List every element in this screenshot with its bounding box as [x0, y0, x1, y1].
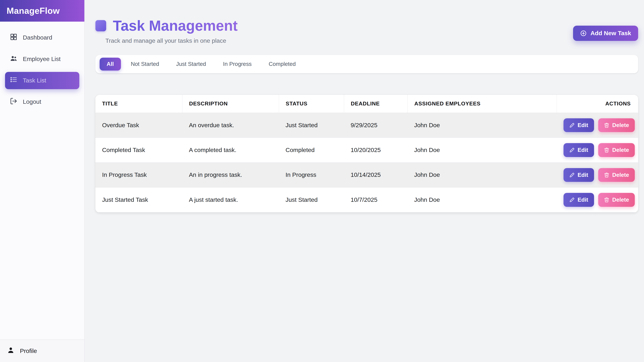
sidebar: ManageFlow Dashboard Employee List Task …	[0, 0, 85, 362]
sidebar-item-dashboard[interactable]: Dashboard	[5, 29, 79, 46]
column-header-description: DESCRIPTION	[182, 95, 279, 113]
task-status-cell: In Progress	[279, 163, 344, 187]
edit-button[interactable]: Edit	[564, 118, 594, 132]
column-header-status: STATUS	[279, 95, 344, 113]
sidebar-item-label: Dashboard	[23, 34, 52, 41]
trash-icon	[604, 172, 609, 178]
sidebar-item-employee-list[interactable]: Employee List	[5, 50, 79, 68]
add-new-task-label: Add New Task	[590, 30, 631, 37]
task-title-cell: Just Started Task	[96, 187, 182, 212]
column-header-assigned-employees: ASSIGNED EMPLOYEES	[408, 95, 557, 113]
task-deadline-cell: 10/14/2025	[344, 163, 408, 187]
filter-tabs: All Not Started Just Started In Progress…	[96, 55, 638, 73]
edit-button[interactable]: Edit	[564, 193, 594, 207]
edit-button[interactable]: Edit	[564, 143, 594, 157]
sidebar-item-task-list[interactable]: Task List	[5, 72, 79, 89]
tasks-table-card: TITLE DESCRIPTION STATUS DEADLINE ASSIGN…	[96, 95, 638, 213]
page-subtitle: Track and manage all your tasks in one p…	[105, 37, 238, 44]
task-status-cell: Just Started	[279, 113, 344, 138]
task-actions-cell: Edit Delete	[557, 187, 638, 212]
task-list-icon	[10, 76, 18, 85]
task-status-cell: Just Started	[279, 187, 344, 212]
pencil-icon	[569, 197, 575, 202]
delete-button[interactable]: Delete	[598, 118, 635, 132]
pencil-icon	[569, 122, 575, 128]
task-title-cell: Overdue Task	[96, 113, 182, 138]
tasks-table: TITLE DESCRIPTION STATUS DEADLINE ASSIGN…	[96, 95, 638, 213]
sidebar-item-logout[interactable]: Logout	[5, 93, 79, 110]
column-header-actions: ACTIONS	[557, 95, 638, 113]
person-icon	[7, 347, 14, 356]
task-deadline-cell: 10/20/2025	[344, 138, 408, 162]
task-status-cell: Completed	[279, 138, 344, 162]
table-header-row: TITLE DESCRIPTION STATUS DEADLINE ASSIGN…	[96, 95, 638, 113]
trash-icon	[604, 122, 609, 128]
task-deadline-cell: 9/29/2025	[344, 113, 408, 138]
table-row: Completed Task A completed task. Complet…	[96, 138, 638, 162]
task-actions-cell: Edit Delete	[557, 138, 638, 162]
tasks-doc-icon	[96, 20, 106, 31]
people-icon	[10, 55, 18, 64]
filter-tab-completed[interactable]: Completed	[262, 58, 303, 71]
task-assigned-cell: John Doe	[408, 163, 557, 187]
task-description-cell: A just started task.	[182, 187, 279, 212]
sidebar-nav: Dashboard Employee List Task List Logout	[0, 22, 84, 340]
delete-button[interactable]: Delete	[598, 143, 635, 157]
plus-circle-icon	[580, 30, 587, 37]
table-row: In Progress Task An in progress task. In…	[96, 163, 638, 187]
app-window: ManageFlow Dashboard Employee List Task …	[0, 0, 644, 362]
table-row: Overdue Task An overdue task. Just Start…	[96, 113, 638, 138]
delete-button[interactable]: Delete	[598, 193, 635, 207]
sidebar-item-label: Employee List	[23, 56, 60, 62]
column-header-title: TITLE	[96, 95, 182, 113]
filter-tab-just-started[interactable]: Just Started	[169, 58, 213, 71]
page-header: Task Management Track and manage all you…	[96, 17, 638, 44]
sidebar-item-label: Task List	[23, 77, 46, 84]
filter-tab-not-started[interactable]: Not Started	[124, 58, 166, 71]
sidebar-item-label: Logout	[23, 98, 41, 105]
task-description-cell: An in progress task.	[182, 163, 279, 187]
trash-icon	[604, 147, 609, 153]
add-new-task-button[interactable]: Add New Task	[573, 26, 638, 41]
task-actions-cell: Edit Delete	[557, 113, 638, 138]
task-assigned-cell: John Doe	[408, 187, 557, 212]
sidebar-profile[interactable]: Profile	[0, 340, 84, 362]
logout-icon	[10, 97, 18, 106]
task-deadline-cell: 10/7/2025	[344, 187, 408, 212]
column-header-deadline: DEADLINE	[344, 95, 408, 113]
title-block: Task Management Track and manage all you…	[96, 17, 238, 44]
brand-header: ManageFlow	[0, 0, 84, 22]
edit-button[interactable]: Edit	[564, 168, 594, 182]
table-row: Just Started Task A just started task. J…	[96, 187, 638, 212]
pencil-icon	[569, 172, 575, 178]
page-title: Task Management	[113, 17, 238, 34]
task-actions-cell: Edit Delete	[557, 163, 638, 187]
main-content: Task Management Track and manage all you…	[85, 0, 644, 362]
dashboard-icon	[10, 33, 18, 42]
trash-icon	[604, 197, 609, 202]
task-description-cell: An overdue task.	[182, 113, 279, 138]
task-title-cell: Completed Task	[96, 138, 182, 162]
profile-label: Profile	[20, 348, 37, 355]
filter-tab-all[interactable]: All	[100, 58, 121, 71]
pencil-icon	[569, 147, 575, 153]
filter-tab-in-progress[interactable]: In Progress	[216, 58, 259, 71]
task-assigned-cell: John Doe	[408, 113, 557, 138]
task-assigned-cell: John Doe	[408, 138, 557, 162]
task-description-cell: A completed task.	[182, 138, 279, 162]
task-title-cell: In Progress Task	[96, 163, 182, 187]
delete-button[interactable]: Delete	[598, 168, 635, 182]
brand-title: ManageFlow	[7, 6, 60, 16]
